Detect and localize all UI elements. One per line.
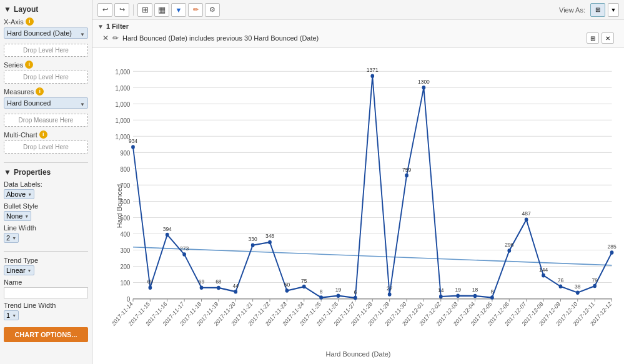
- settings-button[interactable]: ⚙: [205, 3, 220, 17]
- svg-point-138: [542, 273, 545, 278]
- x-axis-label: Hard Bounced (Date): [326, 350, 391, 358]
- bullet-style-row: Bullet Style None: [4, 202, 88, 221]
- filter-button[interactable]: ▼: [171, 3, 186, 17]
- toolbar-right: View As: ⊞ ▼: [559, 3, 619, 17]
- view-as-label: View As:: [559, 6, 585, 14]
- svg-text:68: 68: [215, 278, 221, 285]
- trend-type-dropdown[interactable]: Linear: [4, 265, 34, 275]
- svg-point-142: [576, 290, 580, 295]
- svg-text:18: 18: [472, 287, 478, 293]
- svg-text:44: 44: [233, 282, 239, 289]
- multichart-drop-zone[interactable]: Drop Level Here: [4, 140, 88, 154]
- svg-point-124: [422, 86, 426, 90]
- grid-view-button[interactable]: ⊞: [590, 3, 605, 17]
- svg-text:394: 394: [163, 225, 172, 232]
- trend-type-label: Trend Type: [4, 257, 88, 264]
- svg-point-96: [182, 252, 186, 257]
- svg-point-114: [337, 293, 340, 298]
- series-label: Series i: [4, 61, 88, 69]
- svg-point-108: [285, 288, 289, 293]
- svg-text:50: 50: [284, 282, 290, 288]
- data-labels-dropdown[interactable]: Above: [4, 189, 34, 199]
- filter-remove-button[interactable]: ✕: [102, 34, 109, 42]
- svg-text:14: 14: [438, 287, 443, 294]
- svg-point-92: [149, 285, 152, 290]
- filter-actions: ⊞ ✕: [587, 32, 614, 44]
- svg-text:273: 273: [180, 245, 189, 252]
- svg-text:285: 285: [607, 243, 616, 250]
- table-view-button[interactable]: ⊞: [137, 3, 152, 17]
- line-width-label: Line Width: [4, 224, 88, 232]
- measures-dropdown-wrapper: Hard Bounced: [4, 97, 88, 111]
- trend-type-row: Trend Type Linear: [4, 257, 88, 275]
- measures-drop-zone[interactable]: Drop Measure Here: [4, 114, 88, 127]
- svg-point-120: [388, 292, 392, 297]
- bullet-style-dropdown[interactable]: None: [4, 211, 31, 221]
- name-input[interactable]: [4, 287, 88, 298]
- svg-point-98: [200, 285, 204, 290]
- bullet-style-label: Bullet Style: [4, 202, 88, 210]
- svg-text:759: 759: [402, 166, 411, 173]
- svg-point-112: [319, 295, 323, 300]
- name-row: Name: [4, 278, 88, 298]
- filter-edit-icon[interactable]: ✏: [112, 34, 119, 42]
- filter-text: Hard Bounced (Date) includes previous 30…: [122, 34, 319, 42]
- line-width-row: Line Width 2: [4, 224, 88, 243]
- filter-action-btn-2[interactable]: ✕: [602, 32, 614, 44]
- undo-button[interactable]: ↩: [97, 3, 112, 17]
- y-axis-label: Hard Bounced: [116, 184, 123, 228]
- measures-dropdown[interactable]: Hard Bounced: [4, 97, 88, 109]
- properties-collapse-arrow[interactable]: ▼: [4, 168, 11, 177]
- toolbar-separator-1: [133, 4, 134, 16]
- xaxis-drop-zone[interactable]: Drop Level Here: [4, 44, 88, 57]
- sidebar-divider-2: [4, 251, 88, 252]
- sidebar: ▼ Layout X-Axis i Hard Bounced (Date) Dr…: [0, 0, 92, 364]
- svg-point-146: [610, 250, 614, 255]
- svg-text:800: 800: [120, 165, 130, 173]
- trend-line-width-label: Trend Line Width: [4, 302, 88, 309]
- svg-text:300: 300: [120, 247, 130, 254]
- xaxis-dropdown[interactable]: Hard Bounced (Date): [4, 27, 88, 39]
- name-label: Name: [4, 278, 88, 286]
- svg-text:934: 934: [129, 137, 137, 144]
- line-width-dropdown[interactable]: 2: [4, 233, 19, 243]
- svg-point-100: [217, 286, 220, 290]
- pivot-view-button[interactable]: ▦: [154, 3, 169, 17]
- svg-text:1300: 1300: [418, 78, 430, 85]
- svg-point-136: [525, 218, 528, 222]
- svg-point-94: [166, 233, 169, 237]
- properties-title: ▼ Properties: [4, 168, 88, 177]
- series-drop-zone[interactable]: Drop Level Here: [4, 71, 88, 84]
- svg-text:1,000: 1,000: [116, 117, 131, 124]
- svg-point-130: [473, 294, 477, 298]
- filter-row: ✕ ✏ Hard Bounced (Date) includes previou…: [97, 31, 619, 45]
- svg-text:69: 69: [199, 278, 204, 285]
- redo-button[interactable]: ↪: [114, 3, 129, 17]
- svg-text:144: 144: [539, 266, 548, 273]
- paint-button[interactable]: ✏: [188, 3, 203, 17]
- svg-point-90: [131, 145, 135, 149]
- layout-collapse-arrow[interactable]: ▼: [4, 5, 11, 14]
- svg-text:900: 900: [120, 149, 130, 157]
- filter-count: 1 Filter: [106, 22, 129, 30]
- svg-text:1,000: 1,000: [116, 101, 131, 108]
- xaxis-dropdown-wrapper: Hard Bounced (Date): [4, 27, 88, 41]
- trend-line-width-row: Trend Line Width 1: [4, 302, 88, 320]
- main-content: ↩ ↪ ⊞ ▦ ▼ ✏ ⚙ View As: ⊞ ▼ ▼ 1 Filter ✕ …: [92, 0, 624, 364]
- trend-line-width-dropdown[interactable]: 1: [4, 310, 19, 320]
- measures-label: Measures i: [4, 87, 88, 96]
- svg-point-128: [456, 293, 460, 298]
- filter-action-btn-1[interactable]: ⊞: [587, 32, 599, 44]
- svg-text:8: 8: [491, 288, 494, 295]
- multichart-info-icon: i: [39, 130, 47, 139]
- chart-options-button[interactable]: CHART OPTIONS...: [4, 327, 88, 342]
- svg-text:296: 296: [505, 241, 513, 248]
- svg-text:19: 19: [335, 287, 341, 293]
- svg-text:38: 38: [575, 283, 580, 290]
- svg-text:69: 69: [147, 278, 153, 285]
- filter-header[interactable]: ▼ 1 Filter: [97, 22, 619, 30]
- data-labels-label: Data Labels:: [4, 180, 88, 188]
- svg-text:19: 19: [455, 287, 460, 293]
- svg-text:8: 8: [320, 288, 323, 295]
- view-dropdown-button[interactable]: ▼: [608, 3, 619, 17]
